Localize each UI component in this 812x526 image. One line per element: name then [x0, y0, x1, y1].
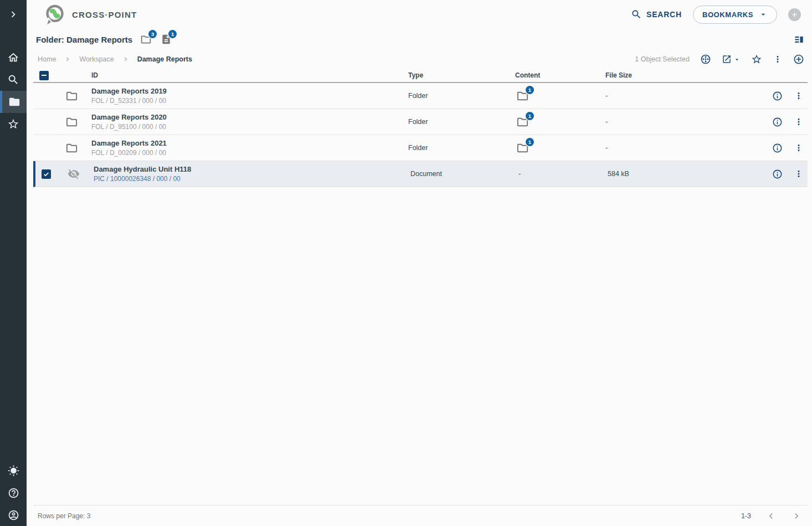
info-button[interactable]	[772, 91, 783, 101]
row-checkbox-checked[interactable]	[42, 169, 51, 179]
search-label: SEARCH	[646, 10, 682, 19]
page-header: Folder: Damage Reports 3 1	[27, 29, 812, 50]
kebab-menu-icon	[794, 91, 804, 101]
info-icon	[772, 169, 783, 179]
help-button[interactable]	[0, 482, 27, 504]
breadcrumb-item-home[interactable]: Home	[38, 55, 56, 63]
row-menu-button[interactable]	[794, 117, 804, 127]
sidebar-bottom	[0, 460, 27, 526]
search-icon	[7, 74, 19, 86]
row-id: FOL / D_52331 / 000 / 00	[91, 96, 408, 105]
content-indicator: 1	[516, 142, 529, 154]
row-id: PIC / 10000026348 / 000 / 00	[94, 174, 410, 183]
rows-per-page-label: Rows per Page: 3	[38, 512, 90, 520]
more-actions-button[interactable]	[773, 54, 783, 64]
side-panel-toggle-button[interactable]	[794, 34, 804, 45]
next-page-button[interactable]	[791, 510, 802, 522]
sidebar-item-search[interactable]	[0, 69, 27, 91]
pagination-footer: Rows per Page: 3 1-3	[33, 505, 808, 526]
sidebar-expand-button[interactable]	[0, 3, 27, 25]
side-panel-icon	[794, 34, 804, 45]
main-area: CROSS·POINT SEARCH BOOKMARKS Folder: Dam…	[27, 0, 812, 526]
content-indicator: 1	[516, 90, 529, 102]
column-header-type: Type	[408, 71, 515, 79]
content-count-badge: 1	[526, 112, 534, 120]
page-range: 1-3	[741, 512, 751, 520]
kebab-menu-icon	[794, 117, 804, 127]
document-count-indicator: 1	[161, 34, 172, 45]
sidebar-item-folders[interactable]	[0, 91, 27, 113]
brightness-icon	[8, 465, 19, 477]
table-header: ID Type Content File Size	[33, 69, 808, 83]
select-all-checkbox[interactable]	[39, 71, 49, 80]
breadcrumb-item-current: Damage Reports	[137, 55, 192, 63]
table-row[interactable]: Damage Reports 2020 FOL / D_95100 / 000 …	[33, 109, 808, 135]
table-row[interactable]: Damage Reports 2019 FOL / D_52331 / 000 …	[33, 83, 808, 109]
theme-toggle-button[interactable]	[0, 460, 27, 482]
column-header-content: Content	[515, 71, 605, 79]
brand: CROSS·POINT	[44, 4, 137, 25]
help-icon	[8, 487, 19, 499]
row-file-size: 584 kB	[608, 170, 744, 178]
search-button[interactable]: SEARCH	[631, 9, 682, 20]
content-count-badge: 1	[526, 86, 534, 94]
export-button[interactable]	[722, 54, 741, 64]
reel-wheel-icon	[700, 54, 711, 65]
previous-page-button[interactable]	[765, 510, 777, 522]
bookmarks-label: BOOKMARKS	[702, 11, 753, 19]
add-object-button[interactable]	[793, 54, 804, 65]
chevron-down-icon	[733, 56, 741, 63]
row-menu-button[interactable]	[794, 91, 804, 101]
table-row-selected[interactable]: Damage Hydraulic Unit H118 PIC / 1000002…	[33, 161, 808, 187]
sidebar-nav	[0, 47, 27, 135]
search-icon	[631, 9, 642, 20]
kebab-menu-icon	[794, 169, 804, 179]
row-title: Damage Hydraulic Unit H118	[94, 164, 410, 174]
info-button[interactable]	[772, 117, 783, 127]
content-indicator: 1	[516, 116, 529, 128]
eye-off-icon	[68, 168, 80, 180]
bookmarks-button[interactable]: BOOKMARKS	[693, 6, 777, 24]
home-icon	[7, 51, 19, 64]
content-count-badge: 1	[526, 138, 534, 146]
sidebar-item-home[interactable]	[0, 47, 27, 69]
cross-point-logo-icon	[44, 4, 65, 25]
row-file-size: -	[605, 144, 742, 152]
chevron-right-icon	[7, 8, 19, 20]
selection-status: 1 Object Selected	[635, 55, 690, 63]
row-content: -	[517, 170, 608, 178]
kebab-menu-icon	[794, 143, 804, 153]
row-title: Damage Reports 2021	[91, 138, 408, 148]
open-in-new-icon	[722, 54, 732, 64]
viewer-button[interactable]	[700, 54, 711, 65]
info-button[interactable]	[772, 169, 783, 179]
plus-icon	[790, 11, 799, 19]
selection-toolbar: 1 Object Selected	[635, 54, 804, 65]
info-icon	[772, 91, 783, 101]
document-count-badge: 1	[168, 30, 177, 38]
info-button[interactable]	[772, 143, 783, 153]
chevron-right-icon	[64, 55, 71, 63]
folder-icon	[8, 96, 20, 108]
row-menu-button[interactable]	[794, 169, 804, 179]
row-id: FOL / D_95100 / 000 / 00	[91, 122, 408, 131]
breadcrumb-item-workspace[interactable]: Workspace	[79, 55, 114, 63]
folder-count-indicator: 3	[140, 34, 152, 45]
account-button[interactable]	[0, 504, 27, 526]
chevron-right-icon	[791, 510, 802, 522]
plus-circle-icon	[793, 54, 804, 65]
chevron-down-icon	[759, 10, 768, 19]
folder-icon	[65, 142, 78, 154]
sidebar-spacer	[0, 135, 27, 460]
favorite-button[interactable]	[751, 54, 762, 65]
table-row[interactable]: Damage Reports 2021 FOL / D_00209 / 000 …	[33, 135, 808, 161]
topbar: CROSS·POINT SEARCH BOOKMARKS	[27, 0, 812, 29]
star-icon	[7, 118, 19, 130]
topbar-actions: SEARCH BOOKMARKS	[631, 6, 801, 24]
add-bookmark-button[interactable]	[788, 8, 801, 21]
row-menu-button[interactable]	[794, 143, 804, 153]
sidebar-item-favorites[interactable]	[0, 113, 27, 135]
folder-count-badge: 3	[148, 30, 157, 38]
page-title: Folder: Damage Reports	[36, 35, 132, 44]
check-icon	[43, 171, 50, 178]
